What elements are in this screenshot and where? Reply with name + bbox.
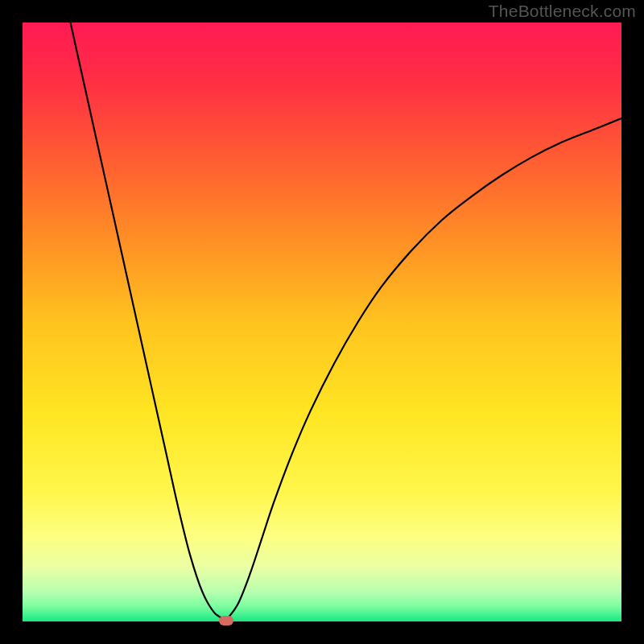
plot-area [23,23,621,621]
chart-svg [23,23,621,621]
minimum-marker [219,616,233,625]
gradient-rect [23,23,621,621]
chart-frame: TheBottleneck.com [0,0,644,644]
watermark-text: TheBottleneck.com [489,2,636,21]
